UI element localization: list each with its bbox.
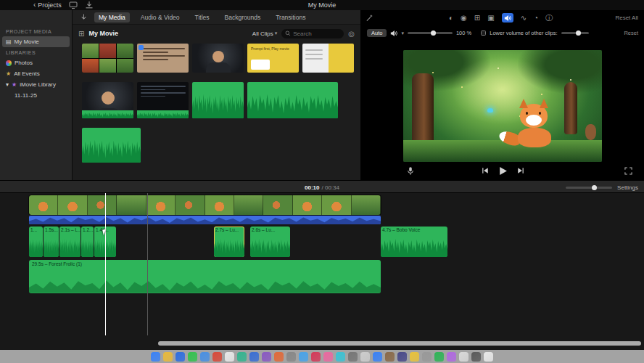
- playhead[interactable]: [105, 193, 106, 335]
- dock-app-icon[interactable]: [447, 352, 456, 362]
- stabilization-icon[interactable]: ▣: [487, 14, 494, 23]
- dock-app-icon[interactable]: [176, 352, 185, 362]
- info-icon[interactable]: ⓘ: [545, 14, 553, 23]
- settings-button[interactable]: Settings: [617, 184, 638, 191]
- sidebar-item-imovie-library[interactable]: ▾ ★ iMovie Library: [0, 79, 72, 90]
- search-field[interactable]: [281, 29, 344, 38]
- dock-app-icon[interactable]: [163, 352, 173, 362]
- clip-thumbnail[interactable]: [137, 44, 189, 73]
- tab-titles[interactable]: Titles: [191, 12, 214, 23]
- reset-all-button[interactable]: Reset All: [615, 15, 638, 21]
- noise-reduction-icon[interactable]: ∿: [521, 14, 527, 23]
- dock-app-icon[interactable]: [471, 352, 481, 362]
- dock-app-icon[interactable]: [274, 352, 284, 362]
- filmstrip-frame: [146, 195, 176, 215]
- timeline-zoom-slider[interactable]: [566, 187, 612, 189]
- crop-icon[interactable]: ⊞: [474, 14, 480, 23]
- tab-backgrounds[interactable]: Backgrounds: [220, 12, 265, 23]
- speaker-icon[interactable]: [390, 30, 397, 37]
- projects-back-button[interactable]: ‹ Projects: [33, 1, 62, 9]
- search-input[interactable]: [293, 30, 340, 37]
- audio-clip[interactable]: 1...: [29, 227, 43, 257]
- dock-app-icon[interactable]: [311, 352, 321, 362]
- dock-app-icon[interactable]: [212, 352, 222, 362]
- dock-app-icon[interactable]: [200, 352, 210, 362]
- sidebar-item-photos[interactable]: Photos: [0, 57, 72, 68]
- fullscreen-icon[interactable]: [624, 167, 632, 175]
- volume-percent: 100 %: [456, 30, 471, 36]
- clip-thumbnail[interactable]: [192, 44, 244, 73]
- dock-app-icon[interactable]: [299, 352, 308, 362]
- dock-app-icon[interactable]: [434, 352, 444, 362]
- filmstrip[interactable]: [29, 195, 381, 215]
- audio-clip[interactable]: 2.6s – Lu...: [250, 227, 290, 257]
- import-media-icon[interactable]: [85, 1, 94, 9]
- clip-thumbnail[interactable]: [82, 44, 133, 73]
- filmstrip-frame: [176, 195, 205, 215]
- audio-clip-thumbnail[interactable]: [192, 82, 244, 118]
- video-audio-track[interactable]: [29, 216, 381, 224]
- audio-clip-thumbnail[interactable]: [82, 128, 141, 163]
- dock-app-icon[interactable]: [459, 352, 468, 362]
- previous-frame-button[interactable]: [482, 167, 489, 174]
- sidebar-item-all-events[interactable]: ★ All Events: [0, 68, 72, 79]
- dock-app-icon[interactable]: [237, 352, 247, 362]
- dock-app-icon[interactable]: [188, 352, 197, 362]
- dock-app-icon[interactable]: [323, 352, 333, 362]
- dock-app-icon[interactable]: [360, 352, 370, 362]
- import-arrow-icon[interactable]: [80, 13, 88, 21]
- volume-icon[interactable]: [502, 13, 513, 23]
- sidebar-item-my-movie[interactable]: ▤ My Movie: [2, 36, 70, 47]
- total-duration: / 00:34: [322, 184, 339, 191]
- dock-app-icon[interactable]: [385, 352, 395, 362]
- audio-clip-thumbnail[interactable]: [247, 82, 338, 118]
- clip-label: 2.6s – Lu...: [250, 227, 290, 232]
- color-correction-icon[interactable]: ◉: [461, 14, 467, 23]
- dock-app-icon[interactable]: [262, 352, 271, 362]
- next-frame-button[interactable]: [517, 167, 524, 174]
- clip-thumbnail[interactable]: [82, 82, 133, 118]
- dock-app-icon[interactable]: [151, 352, 160, 362]
- toggle-sidebar-icon[interactable]: ⊞: [78, 30, 84, 38]
- clips-filter-dropdown[interactable]: All Clips ▾: [252, 30, 277, 37]
- sidebar-item-event-date[interactable]: 11-11-25: [0, 90, 72, 101]
- dock-app-icon[interactable]: [286, 352, 296, 362]
- clip-thumbnail[interactable]: [137, 82, 189, 118]
- dock-app-icon[interactable]: [373, 352, 382, 362]
- dock-app-icon[interactable]: [422, 352, 432, 362]
- speed-icon[interactable]: ◔: [534, 14, 538, 23]
- tab-my-media[interactable]: My Media: [94, 12, 130, 23]
- dock-app-icon[interactable]: [249, 352, 259, 362]
- lower-volume-slider[interactable]: [561, 32, 589, 34]
- dock-app-icon[interactable]: [348, 352, 358, 362]
- display-icon[interactable]: [69, 1, 78, 9]
- tab-transitions[interactable]: Transitions: [271, 12, 310, 23]
- timeline-scrollbar[interactable]: [158, 341, 641, 346]
- volume-slider[interactable]: [408, 32, 453, 34]
- timeline[interactable]: 1... 1.5s... 2.1s – L... 1.2... 1.4s... …: [0, 193, 644, 350]
- tab-audio-video[interactable]: Audio & Video: [136, 12, 184, 23]
- audio-clip[interactable]: 1.2...: [81, 227, 94, 257]
- dock-app-icon[interactable]: [410, 352, 419, 362]
- auto-button[interactable]: Auto: [367, 29, 387, 37]
- audio-clip-selected[interactable]: 2.7s – Lu...: [214, 227, 244, 257]
- color-balance-icon[interactable]: ◐: [449, 14, 453, 23]
- enhance-wand-icon[interactable]: [366, 14, 373, 22]
- dock-app-icon[interactable]: [225, 352, 234, 362]
- reset-button[interactable]: Reset: [624, 30, 638, 36]
- audio-clip[interactable]: 2.1s – L...: [59, 227, 80, 257]
- chevron-down-icon[interactable]: ▾: [401, 30, 404, 36]
- lower-volume-checkbox[interactable]: [481, 30, 486, 36]
- audio-clip[interactable]: 1.5s...: [44, 227, 59, 257]
- dock-app-icon[interactable]: [397, 352, 407, 362]
- disclosure-chevron-icon[interactable]: ▾: [6, 82, 9, 88]
- clip-appearance-icon[interactable]: ◎: [348, 30, 355, 38]
- clip-thumbnail[interactable]: Prompt first, Play movie: [247, 44, 299, 73]
- audio-clip[interactable]: 4.7s – Bobo Voice: [381, 227, 447, 257]
- dock-app-icon[interactable]: [484, 352, 493, 362]
- clip-thumbnail[interactable]: [302, 44, 354, 73]
- play-button[interactable]: [498, 166, 508, 176]
- preview-video[interactable]: [403, 50, 602, 162]
- dock-app-icon[interactable]: [336, 352, 345, 362]
- music-clip[interactable]: 29.5s – Forest Frolic (1): [29, 260, 381, 293]
